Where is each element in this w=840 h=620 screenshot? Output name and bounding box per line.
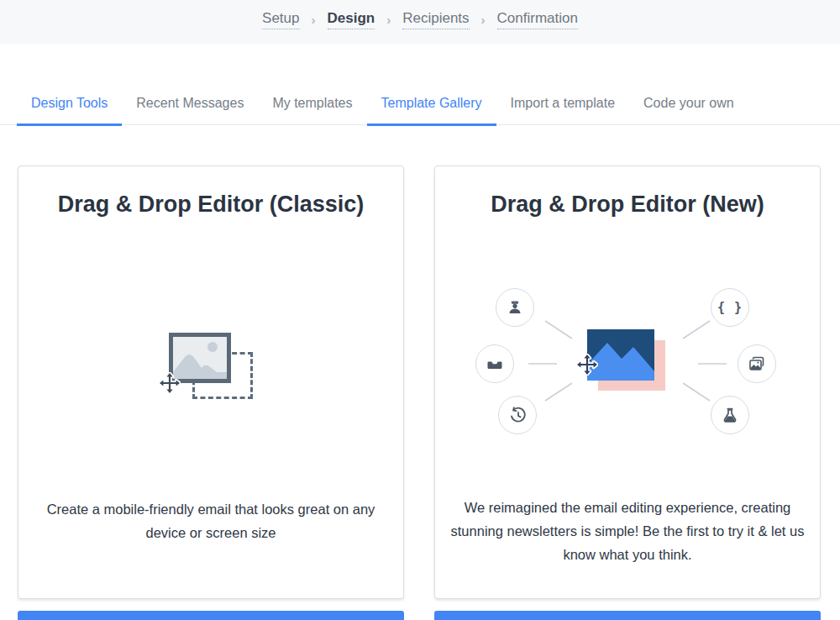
- tab-template-gallery[interactable]: Template Gallery: [367, 84, 496, 126]
- move-cursor-icon: [159, 372, 181, 394]
- breadcrumb: Setup › Design › Recipients › Confirmati…: [262, 10, 578, 29]
- inbox-icon: [486, 355, 504, 373]
- user-icon: [506, 298, 524, 317]
- feature-orb: { }: [711, 288, 749, 327]
- card-description: We reimagined the email editing experien…: [442, 496, 813, 566]
- feature-orb: [498, 396, 537, 434]
- feature-orb: [496, 288, 534, 327]
- card-new-editor[interactable]: Drag & Drop Editor (New): [434, 166, 821, 599]
- tab-my-templates[interactable]: My templates: [258, 84, 366, 126]
- history-icon: [508, 406, 527, 424]
- card-title: Drag & Drop Editor (New): [491, 192, 764, 218]
- classic-editor-illustration: [18, 218, 403, 497]
- new-card-action-bar-cutoff[interactable]: [434, 611, 821, 620]
- breadcrumb-setup[interactable]: Setup: [262, 10, 299, 29]
- feature-orb: [475, 344, 514, 383]
- breadcrumb-confirmation[interactable]: Confirmation: [497, 10, 578, 29]
- new-editor-illustration: { }: [435, 218, 820, 496]
- breadcrumb-recipients[interactable]: Recipients: [402, 10, 469, 29]
- gallery-icon: [748, 355, 766, 373]
- feature-orb: [711, 396, 749, 434]
- tab-recent-messages[interactable]: Recent Messages: [122, 84, 258, 126]
- chevron-right-icon: ›: [481, 13, 486, 27]
- flask-icon: [721, 406, 739, 424]
- breadcrumb-design[interactable]: Design: [328, 10, 375, 29]
- card-title: Drag & Drop Editor (Classic): [58, 192, 365, 218]
- tab-design-tools[interactable]: Design Tools: [17, 84, 122, 126]
- card-classic-editor[interactable]: Drag & Drop Editor (Classic): [18, 166, 404, 599]
- breadcrumb-bar: Setup › Design › Recipients › Confirmati…: [0, 0, 840, 44]
- chevron-right-icon: ›: [312, 13, 316, 27]
- tab-import-a-template[interactable]: Import a template: [496, 84, 630, 126]
- code-icon: { }: [717, 300, 743, 315]
- design-tabs: Design Tools Recent Messages My template…: [0, 84, 840, 125]
- tab-code-your-own[interactable]: Code your own: [629, 84, 748, 126]
- chevron-right-icon: ›: [386, 13, 391, 27]
- move-cursor-icon: [576, 354, 598, 376]
- editor-choice-cards: Drag & Drop Editor (Classic): [0, 166, 840, 599]
- card-description: Create a mobile-friendly email that look…: [29, 497, 392, 544]
- classic-card-action-bar-cutoff[interactable]: [18, 611, 404, 620]
- feature-orb: [738, 344, 776, 383]
